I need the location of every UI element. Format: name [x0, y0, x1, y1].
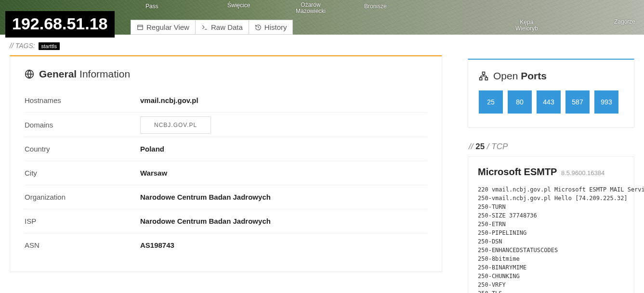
row-city: City Warsaw: [25, 161, 427, 185]
card-title: General Information: [25, 68, 427, 80]
general-info-card: General Information Hostnames vmail.ncbj…: [10, 55, 442, 272]
ip-address-title: 192.68.51.18: [5, 11, 115, 38]
tab-label: Regular View: [146, 23, 189, 31]
label: Organization: [25, 193, 140, 201]
label: Country: [25, 145, 140, 153]
map-label: Pass: [145, 3, 158, 10]
map-label: Bronisze: [364, 3, 387, 10]
row-hostnames: Hostnames vmail.ncbj.gov.pl: [25, 89, 427, 113]
row-country: Country Poland: [25, 137, 427, 161]
service-name: Microsoft ESMTP: [478, 166, 557, 177]
domain-badge[interactable]: NCBJ.GOV.PL: [140, 116, 211, 134]
port-badge[interactable]: 443: [537, 90, 561, 114]
tab-label: Raw Data: [211, 23, 243, 31]
card-title: Open Ports: [479, 70, 623, 82]
globe-icon: [25, 69, 34, 79]
service-version: 8.5.9600.16384: [561, 169, 605, 177]
svg-rect-7: [485, 77, 487, 80]
value: Warsaw: [140, 169, 167, 177]
map-header: Pass Święcice Ożarów Mazowiecki Bronisze…: [0, 0, 644, 35]
tab-label: History: [264, 23, 287, 31]
tags-row: // TAGS: starttls: [10, 35, 468, 55]
port-badge[interactable]: 25: [479, 90, 503, 114]
history-icon: [255, 24, 262, 31]
row-isp: ISP Narodowe Centrum Badan Jadrowych: [25, 209, 427, 233]
map-label: Święcice: [227, 2, 250, 9]
tab-raw-data[interactable]: Raw Data: [195, 20, 249, 35]
svg-rect-5: [483, 72, 485, 75]
port-badge[interactable]: 587: [565, 90, 590, 114]
label: City: [25, 169, 140, 177]
map-label: Zagórze: [614, 18, 635, 25]
tag-badge[interactable]: starttls: [39, 42, 60, 50]
view-tabs: Regular View Raw Data History: [131, 20, 293, 35]
map-label: Ożarów Mazowiecki: [296, 2, 326, 14]
value: AS198743: [140, 241, 174, 249]
port-badge[interactable]: 993: [594, 90, 618, 114]
terminal-icon: [201, 24, 208, 31]
label: ISP: [25, 217, 140, 225]
open-ports-card: Open Ports 25 80 443 587 993: [468, 59, 634, 127]
map-label: Kępa Wieloryb: [515, 19, 538, 32]
value: Poland: [140, 145, 164, 153]
service-card: Microsoft ESMTP 8.5.9600.16384 220 vmail…: [468, 156, 634, 293]
port-detail-header: // 25 / TCP: [469, 142, 634, 152]
value: Narodowe Centrum Badan Jadrowych: [140, 217, 271, 225]
tags-label: // TAGS:: [10, 42, 35, 50]
row-domains: Domains NCBJ.GOV.PL: [25, 113, 427, 137]
label: ASN: [25, 241, 140, 249]
port-badges: 25 80 443 587 993: [479, 90, 623, 114]
row-asn: ASN AS198743: [25, 233, 427, 257]
value: Narodowe Centrum Badan Jadrowych: [140, 193, 271, 201]
svg-rect-0: [138, 25, 143, 29]
label: Domains: [25, 121, 140, 129]
svg-rect-6: [480, 77, 482, 80]
service-banner: 220 vmail.ncbj.gov.pl Microsoft ESMTP MA…: [478, 185, 624, 293]
window-icon: [137, 24, 144, 31]
tab-regular-view[interactable]: Regular View: [131, 20, 196, 35]
label: Hostnames: [25, 96, 140, 104]
value: vmail.ncbj.gov.pl: [140, 96, 198, 104]
tab-history[interactable]: History: [249, 20, 293, 35]
row-organization: Organization Narodowe Centrum Badan Jadr…: [25, 185, 427, 209]
port-badge[interactable]: 80: [508, 90, 532, 114]
network-icon: [479, 71, 488, 81]
